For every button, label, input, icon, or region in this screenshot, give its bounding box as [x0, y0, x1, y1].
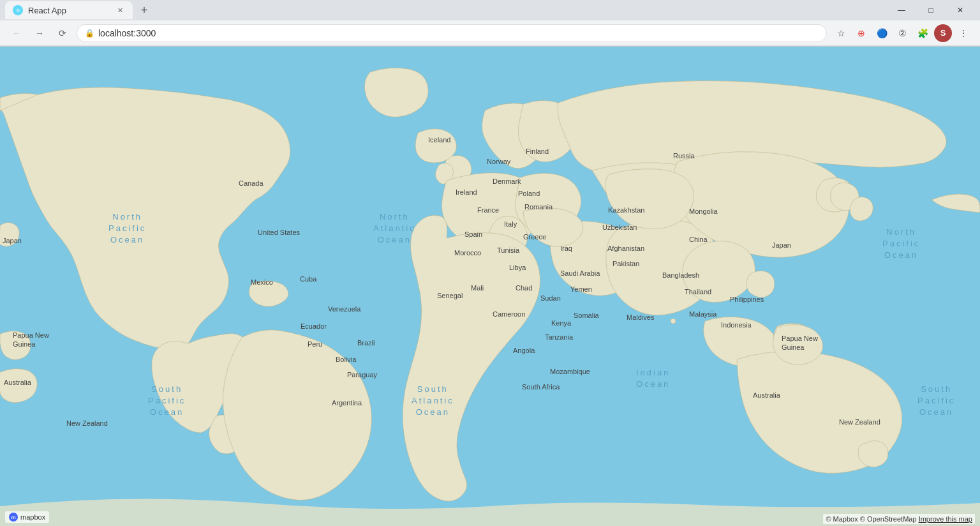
mapbox-text: mapbox [20, 513, 45, 521]
toolbar-icons: ☆ ⊕ 🔵 ② 🧩 S ⋮ [832, 24, 972, 42]
tab-close-button[interactable]: ✕ [115, 5, 125, 15]
new-tab-button[interactable]: + [135, 1, 153, 19]
extensions-button[interactable]: 🧩 [914, 24, 932, 42]
tab-title: React App [28, 6, 110, 15]
title-bar: ⚛ React App ✕ + — □ ✕ [0, 0, 980, 20]
menu-button[interactable]: ⋮ [954, 24, 972, 42]
mapbox-attribution: © Mapbox © OpenStreetMap [826, 515, 918, 523]
reload-button[interactable]: ⟳ [54, 24, 71, 42]
window-controls: — □ ✕ [887, 0, 975, 20]
tab-favicon: ⚛ [13, 5, 23, 15]
svg-point-1 [671, 319, 676, 324]
address-bar: ← → ⟳ 🔒 localhost:3000 ☆ ⊕ 🔵 ② 🧩 S ⋮ [0, 20, 980, 46]
maximize-button[interactable]: □ [916, 0, 946, 20]
world-map-svg [0, 47, 980, 526]
profile-button[interactable]: S [934, 24, 952, 42]
security-icon: 🔒 [85, 29, 94, 38]
minimize-button[interactable]: — [887, 0, 916, 20]
improve-map-link[interactable]: Improve this map [919, 515, 972, 523]
active-tab[interactable]: ⚛ React App ✕ [5, 1, 133, 19]
extension-icon-2[interactable]: 🔵 [873, 24, 891, 42]
url-bar[interactable]: 🔒 localhost:3000 [77, 24, 827, 42]
map-attribution: © Mapbox © OpenStreetMap Improve this ma… [823, 514, 975, 524]
map-container[interactable]: NorthPacificOcean NorthAtlanticOcean Sou… [0, 47, 980, 526]
bookmark-button[interactable]: ☆ [832, 24, 850, 42]
forward-button[interactable]: → [31, 24, 48, 42]
mapbox-logo: m mapbox [5, 511, 49, 523]
back-button[interactable]: ← [8, 24, 26, 42]
mapbox-logo-mark: m [9, 513, 18, 522]
url-text: localhost:3000 [98, 28, 156, 38]
extension-icon-3[interactable]: ② [893, 24, 911, 42]
browser-chrome: ⚛ React App ✕ + — □ ✕ ← → ⟳ 🔒 localhost:… [0, 0, 980, 47]
extension-icon-1[interactable]: ⊕ [852, 24, 870, 42]
close-button[interactable]: ✕ [946, 0, 975, 20]
